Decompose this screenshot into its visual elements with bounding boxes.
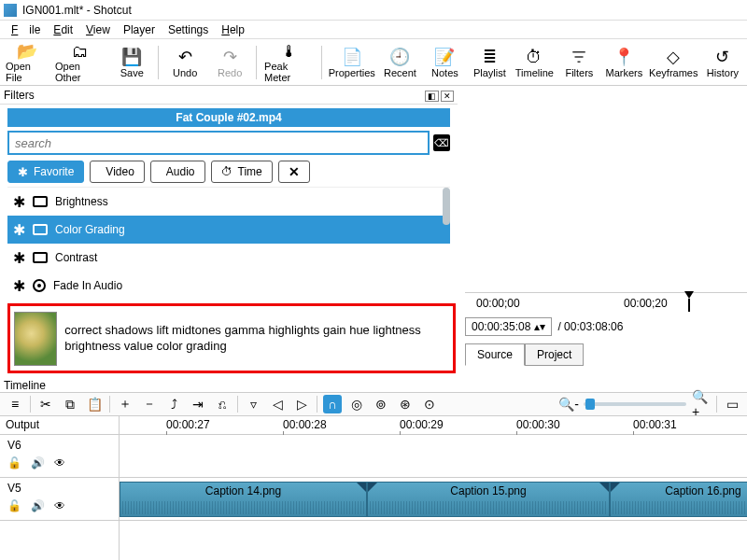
- filter-item-brightness[interactable]: ✱Brightness: [7, 188, 450, 216]
- filters-button[interactable]: Filters: [557, 41, 601, 84]
- keyframes-button[interactable]: ◇Keyframes: [646, 41, 700, 84]
- filter-item-contrast[interactable]: ✱Contrast: [7, 244, 450, 272]
- menu-help[interactable]: Help: [216, 21, 250, 38]
- timeline-clip[interactable]: Caption 16.png: [610, 482, 747, 517]
- timeline-tracks-area[interactable]: 00:00:27 00:00:28 00:00:29 00:00:30 00:0…: [120, 416, 747, 560]
- filter-item-fade-in-audio[interactable]: ✱Fade In Audio: [7, 272, 450, 299]
- selected-clip-name: Fat Couple #02.mp4: [7, 108, 450, 127]
- scrub-icon[interactable]: ◎: [347, 395, 366, 413]
- zoom-fit-icon[interactable]: ▭: [723, 395, 741, 413]
- tooltip-callout: correct shadows lift midtones gamma high…: [7, 303, 456, 373]
- category-video-button[interactable]: Video: [90, 161, 144, 183]
- track-header-v5[interactable]: V5 🔓🔊👁: [0, 478, 119, 521]
- mute-icon[interactable]: 🔊: [31, 456, 45, 469]
- dock-icon[interactable]: ◧: [425, 91, 439, 102]
- filter-search-input[interactable]: [7, 131, 430, 155]
- overwrite-icon[interactable]: ⇥: [189, 395, 207, 413]
- filter-list-scrollbar[interactable]: [443, 188, 450, 225]
- peak-meter-button[interactable]: 🌡Peak Meter: [261, 41, 317, 84]
- playhead-marker[interactable]: [684, 291, 694, 312]
- prev-marker-icon[interactable]: ◁: [268, 395, 287, 413]
- star-icon: ✱: [13, 277, 25, 295]
- lock-icon[interactable]: 🔓: [7, 499, 21, 512]
- timecode-row: 00:00:35:08▴▾ / 00:03:08:06: [465, 317, 623, 336]
- timeline-menu-icon[interactable]: ≡: [6, 395, 24, 413]
- lift-icon[interactable]: ⤴: [164, 395, 183, 413]
- filter-list: ✱Brightness ✱Color Grading ✱Contrast ✱Fa…: [7, 187, 450, 299]
- properties-button[interactable]: 📄Properties: [326, 41, 377, 84]
- redo-button[interactable]: ↷Redo: [207, 41, 252, 84]
- ripple-markers-icon[interactable]: ⊙: [420, 395, 439, 413]
- hide-icon[interactable]: 👁: [54, 499, 65, 512]
- ripple-icon[interactable]: ⊚: [372, 395, 390, 413]
- copy-icon[interactable]: ⧉: [61, 395, 79, 413]
- track-lane-v6[interactable]: [120, 435, 747, 478]
- notes-icon: 📝: [434, 47, 455, 67]
- undo-button[interactable]: ↶Undo: [162, 41, 207, 84]
- ruler-tick: 00:00;20: [624, 297, 668, 310]
- category-time-button[interactable]: ⏱Time: [211, 161, 273, 183]
- markers-button[interactable]: 📍Markers: [601, 41, 646, 84]
- filters-icon: [571, 47, 587, 67]
- playlist-icon: ≣: [483, 47, 497, 67]
- zoom-slider-knob[interactable]: [585, 399, 595, 410]
- track-lane-v5[interactable]: Caption 14.png Caption 15.png Caption 16…: [120, 478, 747, 521]
- video-icon: [33, 252, 48, 263]
- close-icon[interactable]: ✕: [441, 91, 454, 102]
- save-icon: 💾: [121, 47, 142, 67]
- menu-view[interactable]: View: [80, 21, 116, 38]
- save-button[interactable]: 💾Save: [109, 41, 154, 84]
- menu-file[interactable]: File: [6, 21, 46, 38]
- tab-source[interactable]: Source: [465, 343, 525, 366]
- paste-icon[interactable]: 📋: [85, 395, 104, 413]
- separator: [256, 46, 257, 79]
- menu-player[interactable]: Player: [118, 21, 161, 38]
- zoom-in-icon[interactable]: 🔍+: [692, 395, 711, 413]
- open-other-button[interactable]: 🗂Open Other: [51, 41, 109, 84]
- preview-time-ruler[interactable]: 00:00;00 00:00;20: [465, 292, 747, 313]
- timeline-clip[interactable]: Caption 15.png: [367, 482, 610, 517]
- timeline-button[interactable]: ⏱Timeline: [512, 41, 557, 84]
- history-button[interactable]: ↺History: [700, 41, 745, 84]
- close-categories-button[interactable]: ✕: [278, 161, 310, 183]
- zoom-out-icon[interactable]: 🔍-: [559, 395, 578, 413]
- filters-panel-title: Filters: [4, 89, 35, 102]
- ripple-all-icon[interactable]: ⊛: [396, 395, 415, 413]
- mute-icon[interactable]: 🔊: [31, 499, 45, 512]
- separator: [321, 46, 322, 79]
- recent-button[interactable]: 🕘Recent: [377, 41, 422, 84]
- next-marker-icon[interactable]: ▷: [292, 395, 311, 413]
- output-header[interactable]: Output: [0, 416, 119, 435]
- remove-icon[interactable]: －: [140, 395, 159, 413]
- playlist-button[interactable]: ≣Playlist: [467, 41, 512, 84]
- timeline-clip[interactable]: Caption 14.png: [120, 482, 367, 517]
- open-file-button[interactable]: 📂Open File: [2, 41, 51, 84]
- current-timecode-input[interactable]: 00:00:35:08▴▾: [465, 317, 552, 336]
- meter-icon: 🌡: [281, 42, 298, 61]
- snap-icon[interactable]: ∩: [323, 395, 342, 413]
- category-favorite-button[interactable]: ✱Favorite: [7, 161, 84, 183]
- menu-settings[interactable]: Settings: [162, 21, 214, 38]
- marker-add-icon[interactable]: ▿: [244, 395, 262, 413]
- filters-panel-header: Filters ◧✕: [0, 86, 458, 105]
- cut-icon[interactable]: ✂: [36, 395, 55, 413]
- timeline-track-headers: Output V6 🔓🔊👁 V5 🔓🔊👁: [0, 416, 120, 560]
- preview-tabs: Source Project: [465, 343, 584, 366]
- filter-item-color-grading[interactable]: ✱Color Grading: [7, 216, 450, 244]
- stepper-icon[interactable]: ▴▾: [534, 320, 545, 333]
- zoom-slider[interactable]: [584, 402, 686, 406]
- star-icon: ✱: [18, 165, 28, 179]
- menu-edit[interactable]: Edit: [48, 21, 78, 38]
- tab-project[interactable]: Project: [525, 343, 584, 366]
- split-icon[interactable]: ⎌: [213, 395, 232, 413]
- timeline-ruler[interactable]: 00:00:27 00:00:28 00:00:29 00:00:30 00:0…: [120, 416, 747, 435]
- notes-button[interactable]: 📝Notes: [422, 41, 467, 84]
- track-header-v6[interactable]: V6 🔓🔊👁: [0, 435, 119, 478]
- category-audio-button[interactable]: Audio: [150, 161, 205, 183]
- hide-icon[interactable]: 👁: [54, 456, 65, 469]
- timeline-body: Output V6 🔓🔊👁 V5 🔓🔊👁 00:00:27 00:00:28 0…: [0, 416, 747, 560]
- lock-icon[interactable]: 🔓: [7, 456, 21, 469]
- append-icon[interactable]: ＋: [116, 395, 134, 413]
- clear-search-button[interactable]: ⌫: [433, 134, 450, 151]
- star-icon: ✱: [13, 193, 25, 211]
